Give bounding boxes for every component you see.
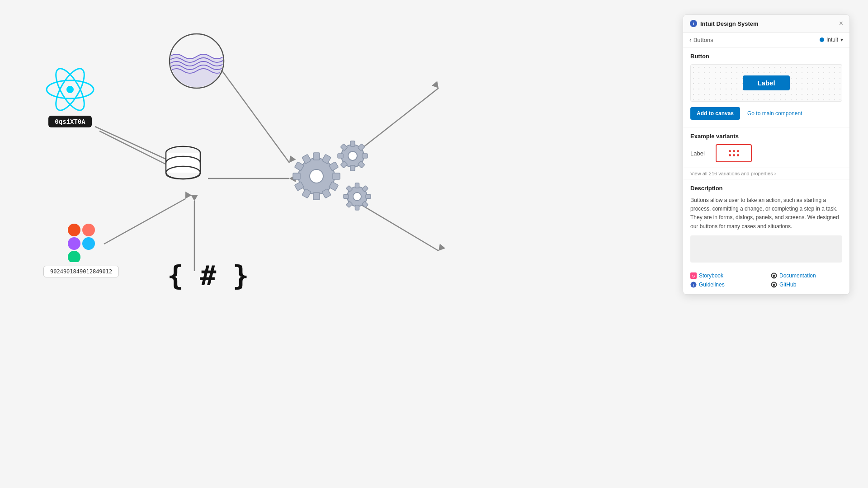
react-logo-group: 0qsiXT0A: [45, 67, 95, 127]
svg-rect-52: [350, 165, 355, 171]
figma-logo-group: 90249018490​12849012: [43, 221, 119, 277]
svg-point-57: [353, 192, 361, 201]
intuit-panel-logo-icon: i: [689, 19, 698, 28]
description-title: Description: [690, 185, 842, 192]
variant-dot-5: [733, 154, 735, 156]
svg-rect-64: [344, 195, 349, 199]
svg-rect-27: [68, 224, 80, 236]
svg-rect-43: [293, 173, 300, 179]
documentation-link[interactable]: Documentation: [771, 272, 842, 279]
variant-dot-1: [729, 150, 731, 152]
intuit-guidelines-icon: i: [690, 282, 697, 288]
svg-point-19: [66, 86, 74, 93]
go-to-main-link[interactable]: Go to main component: [747, 110, 802, 117]
github-doc-icon: [771, 272, 777, 279]
react-logo-icon: [45, 67, 95, 112]
gears-icon-group: [289, 136, 380, 219]
svg-point-30: [82, 237, 95, 250]
svg-rect-50: [362, 154, 368, 158]
svg-rect-37: [333, 173, 340, 179]
view-all-text: View all 216 variations and properties: [690, 171, 773, 176]
variant-dots: [729, 150, 739, 156]
view-all-link[interactable]: View all 216 variations and properties ›: [683, 168, 849, 179]
guidelines-link[interactable]: i Guidelines: [690, 282, 762, 288]
button-section-title: Button: [690, 53, 842, 60]
figma-badge: 90249018490​12849012: [43, 266, 119, 277]
design-system-panel: i Intuit Design System × ‹ Buttons Intui…: [683, 14, 850, 295]
button-preview-area: Label: [690, 64, 842, 102]
add-to-canvas-button[interactable]: Add to canvas: [690, 107, 740, 120]
svg-point-47: [348, 151, 357, 160]
svg-rect-31: [68, 251, 80, 262]
variants-section: Example variants Label: [683, 127, 849, 168]
brand-label: Intuit: [826, 37, 838, 43]
waves-icon: [167, 32, 226, 90]
panel-title: Intuit Design System: [700, 20, 759, 27]
button-section: Button Label Add to canvas Go to main co…: [683, 47, 849, 127]
documentation-link-label: Documentation: [779, 272, 816, 279]
description-placeholder: [690, 235, 842, 263]
guidelines-link-label: Guidelines: [699, 282, 725, 288]
variant-box[interactable]: [716, 144, 752, 162]
database-icon-group: [163, 145, 203, 192]
view-all-arrow-icon: ›: [774, 171, 776, 176]
close-button[interactable]: ×: [839, 20, 843, 27]
storybook-link[interactable]: S Storybook: [690, 272, 762, 279]
variant-dot-2: [733, 150, 735, 152]
brand-dot-icon: [820, 38, 824, 42]
hash-symbol: { # }: [167, 262, 249, 289]
svg-point-70: [771, 272, 777, 278]
description-text: Buttons allow a user to take an action, …: [690, 196, 842, 231]
svg-point-73: [771, 282, 777, 287]
figma-logo-icon: [63, 221, 99, 262]
links-row: S Storybook Documentation i Guidelines: [683, 268, 849, 294]
description-section: Description Buttons allow a user to take…: [683, 179, 849, 268]
github-link[interactable]: GitHub: [771, 282, 842, 288]
svg-text:S: S: [692, 274, 695, 278]
panel-header: i Intuit Design System ×: [683, 15, 849, 33]
svg-rect-34: [313, 153, 320, 160]
svg-point-33: [310, 169, 323, 183]
database-icon: [163, 145, 203, 190]
back-button[interactable]: ‹ Buttons: [689, 36, 713, 43]
brand-caret-icon: ▾: [840, 37, 843, 43]
svg-rect-58: [355, 183, 359, 188]
variant-dot-4: [729, 154, 731, 156]
storybook-link-label: Storybook: [699, 272, 723, 279]
svg-rect-54: [338, 154, 343, 158]
panel-header-left: i Intuit Design System: [689, 19, 759, 28]
back-label: Buttons: [693, 37, 713, 43]
preview-button[interactable]: Label: [743, 75, 789, 90]
brand-selector[interactable]: Intuit ▾: [820, 37, 843, 43]
storybook-icon: S: [690, 272, 697, 279]
back-arrow-icon: ‹: [689, 36, 692, 43]
svg-text:i: i: [693, 283, 694, 287]
waves-circle-group: [167, 32, 226, 92]
variant-text-label: Label: [690, 150, 708, 157]
variant-dot-3: [737, 150, 739, 152]
svg-rect-28: [82, 224, 95, 236]
action-row: Add to canvas Go to main component: [690, 107, 842, 120]
panel-nav: ‹ Buttons Intuit ▾: [683, 33, 849, 47]
github-icon: [771, 282, 777, 288]
svg-rect-40: [313, 192, 320, 200]
variant-dot-6: [737, 154, 739, 156]
svg-rect-48: [350, 141, 355, 146]
variants-section-title: Example variants: [690, 133, 842, 140]
github-link-label: GitHub: [779, 282, 796, 288]
variants-row: Label: [690, 144, 842, 162]
svg-rect-62: [355, 205, 359, 210]
react-badge: 0qsiXT0A: [48, 116, 91, 127]
gears-icon: [289, 136, 380, 217]
svg-rect-29: [68, 237, 80, 250]
svg-text:i: i: [693, 21, 694, 26]
svg-rect-60: [366, 195, 371, 199]
